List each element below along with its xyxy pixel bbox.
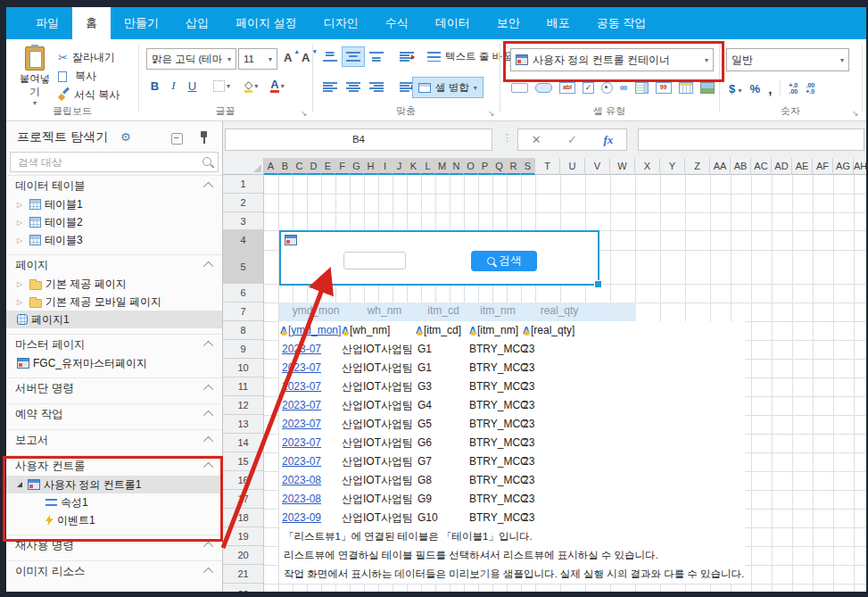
align-center-button[interactable] [342, 77, 365, 97]
rounded-rectangle-cell-button[interactable] [535, 83, 552, 93]
caret-down-icon[interactable]: ▾ [254, 82, 258, 90]
column-header-G[interactable]: G [350, 158, 364, 175]
column-header-AH[interactable]: AH [854, 158, 866, 175]
number-format-select[interactable]: 일반 ▾ [726, 48, 849, 71]
select-all-corner[interactable] [223, 158, 264, 175]
sidebar-item[interactable]: 이벤트1 [6, 511, 222, 529]
row-header-1[interactable]: 1 [223, 175, 263, 194]
listview-cell[interactable]: 2023-07 [282, 434, 339, 452]
listview-cell[interactable]: 2023-07 [282, 359, 339, 377]
chevron-up-icon[interactable] [203, 542, 213, 551]
column-header-Y[interactable]: Y [660, 158, 685, 175]
sidebar-section-header[interactable]: 서버단 명령 [6, 378, 222, 398]
menu-tab-만들기[interactable]: 만들기 [111, 7, 172, 39]
column-header-Z[interactable]: Z [685, 158, 710, 175]
increase-decimal-button[interactable]: +.0 .00 [789, 82, 798, 95]
sidebar-item[interactable]: 속성1 [6, 493, 222, 511]
decrease-indent-button[interactable] [395, 46, 418, 67]
chevron-up-icon[interactable] [203, 410, 213, 420]
number-cell-button[interactable]: 99 [656, 82, 672, 94]
listview-row[interactable]: 2023-07산업IOT사업팀G1BTRY_MCC23 [223, 340, 758, 359]
rectangle-cell-button[interactable] [511, 83, 528, 93]
enter-icon[interactable]: ✓ [567, 133, 577, 146]
tree-expand-icon[interactable]: ▷ [17, 219, 26, 227]
sidebar-section-header[interactable]: 보고서 [6, 430, 222, 450]
sidebar-item[interactable]: 페이지1 [6, 311, 222, 328]
caret-down-icon[interactable]: ▾ [281, 82, 285, 90]
chevron-up-icon[interactable] [203, 568, 213, 577]
column-header-O[interactable]: O [464, 158, 478, 175]
menu-tab-홈[interactable]: 홈 [72, 7, 111, 39]
column-header-X[interactable]: X [635, 158, 660, 175]
collapse-panel-icon[interactable] [171, 133, 183, 145]
listview-row[interactable]: 2023-09산업IOT사업팀G10BTRY_MCC23 [223, 509, 758, 527]
menu-tab-삽입[interactable]: 삽입 [172, 7, 222, 39]
column-header-I[interactable]: I [378, 158, 393, 175]
chevron-up-icon[interactable] [203, 341, 213, 351]
column-header-L[interactable]: L [421, 158, 435, 175]
listview-row[interactable]: 2023-07산업IOT사업팀G5BTRY_MCC23 [223, 415, 758, 434]
column-header-S[interactable]: S [521, 158, 535, 175]
column-header-N[interactable]: N [450, 158, 464, 175]
column-header-R[interactable]: R [507, 158, 521, 175]
sidebar-item[interactable]: ▷테이블1 [6, 195, 222, 213]
percent-button[interactable]: % [750, 82, 761, 95]
menu-tab-데이터[interactable]: 데이터 [422, 7, 484, 39]
font-color-button[interactable]: A [270, 79, 278, 93]
spreadsheet-grid[interactable]: ABCDEFGHIJKLMNOPQRSTUVWXYZAAABACADAEAFAG… [223, 158, 866, 592]
row-header-6[interactable]: 6 [223, 284, 263, 303]
column-header-T[interactable]: T [535, 158, 560, 175]
listview-row[interactable]: 2023-07산업IOT사업팀G1BTRY_MCC23 [223, 359, 758, 377]
chevron-up-icon[interactable] [203, 385, 213, 394]
menu-tab-배포[interactable]: 배포 [533, 7, 583, 39]
column-header-W[interactable]: W [610, 158, 635, 175]
underline-button[interactable]: U [184, 79, 201, 93]
sidebar-section-header[interactable]: 데이터 테이블 [6, 176, 222, 195]
sidebar-item[interactable]: ▷테이블2 [6, 213, 222, 231]
cut-button[interactable]: ✂잘라내기 [58, 48, 120, 67]
menu-tab-페이지 설정[interactable]: 페이지 설정 [222, 7, 310, 39]
menu-tab-수식[interactable]: 수식 [372, 7, 422, 39]
listview-cell[interactable]: 2023-07 [282, 396, 339, 415]
listview-field-binding[interactable]: A[itm_cd] [416, 324, 461, 336]
column-header-F[interactable]: F [335, 158, 350, 175]
sidebar-item[interactable]: ▷기본 제공 페이지 [6, 275, 222, 293]
listview-field-binding[interactable]: A[ymd_mon] [280, 324, 341, 336]
grid-cell-button[interactable] [679, 82, 693, 94]
column-header-AE[interactable]: AE [792, 158, 813, 175]
copy-button[interactable]: 복사 [58, 67, 120, 86]
row-header-22[interactable]: 22 [223, 584, 263, 592]
chevron-up-icon[interactable] [203, 182, 213, 192]
listview-cell[interactable]: 2023-07 [282, 377, 339, 396]
align-bottom-button[interactable] [365, 46, 388, 67]
listview-cell[interactable]: 2023-07 [282, 452, 339, 471]
column-header-D[interactable]: D [307, 158, 321, 175]
resize-handle[interactable] [594, 280, 602, 288]
column-header-AC[interactable]: AC [751, 158, 772, 175]
row-header-2[interactable]: 2 [223, 194, 263, 212]
listview-field-binding[interactable]: A[itm_nm] [469, 324, 518, 336]
align-top-button[interactable] [318, 46, 342, 67]
row-header-8[interactable]: 8 [223, 321, 263, 340]
pin-icon[interactable] [199, 131, 208, 144]
row-header-21[interactable]: 21 [223, 565, 263, 584]
control-search-input[interactable] [343, 252, 406, 269]
align-middle-button[interactable] [342, 46, 365, 67]
italic-button[interactable]: I [165, 79, 182, 93]
align-left-button[interactable] [318, 77, 342, 97]
sidebar-section-header[interactable]: 재사용 명령 [6, 535, 222, 555]
user-control-container[interactable]: 검색 [279, 230, 599, 286]
decrease-decimal-button[interactable]: .00 +.0 [806, 82, 814, 95]
tree-expand-icon[interactable]: ▷ [17, 236, 26, 245]
borders-icon[interactable] [213, 80, 225, 92]
image-cell-button[interactable] [700, 82, 715, 94]
column-header-E[interactable]: E [321, 158, 335, 175]
textbox-cell-button[interactable]: abl [559, 82, 575, 94]
sidebar-item[interactable]: ▷테이블3 [6, 231, 222, 249]
listview-row[interactable]: 2023-07산업IOT사업팀G6BTRY_MCC23 [223, 434, 758, 452]
column-header-AF[interactable]: AF [813, 158, 833, 175]
align-right-button[interactable] [365, 77, 388, 97]
menu-tab-파일[interactable]: 파일 [22, 7, 72, 39]
checkbox-cell-button[interactable]: ✓ [583, 82, 594, 94]
explorer-search-input[interactable] [10, 152, 219, 172]
